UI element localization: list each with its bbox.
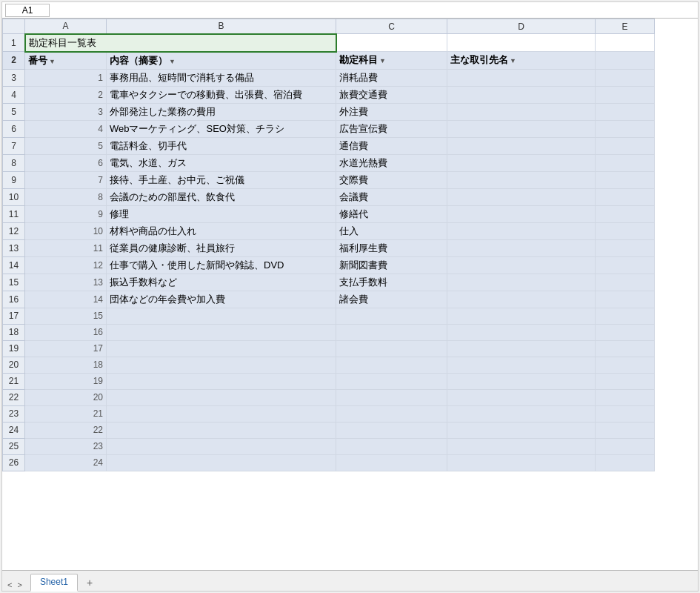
cell-D21[interactable]: [447, 373, 596, 389]
cell-E3[interactable]: [596, 69, 655, 86]
cell-D23[interactable]: [447, 405, 596, 422]
cell-C11[interactable]: 修繕代: [336, 205, 447, 222]
cell-B21[interactable]: [107, 373, 336, 389]
cell-D11[interactable]: [447, 205, 596, 222]
cell-B20[interactable]: [107, 357, 336, 373]
cell-C7[interactable]: 通信費: [336, 137, 447, 154]
col-header-E[interactable]: E: [596, 19, 655, 34]
cell-C2[interactable]: 勘定科目▼: [336, 52, 447, 70]
cell-A14[interactable]: 12: [25, 256, 107, 274]
cell-C12[interactable]: 仕入: [336, 222, 447, 239]
cell-E13[interactable]: [596, 239, 655, 256]
col-header-A[interactable]: A: [25, 19, 107, 34]
cell-E26[interactable]: [596, 454, 655, 471]
cell-A10[interactable]: 8: [25, 188, 107, 205]
cell-C22[interactable]: [336, 389, 447, 405]
cell-E11[interactable]: [596, 205, 655, 222]
cell-E5[interactable]: [596, 103, 655, 120]
filter-C2[interactable]: ▼: [379, 57, 386, 64]
cell-C3[interactable]: 消耗品費: [336, 69, 447, 86]
cell-A17[interactable]: 15: [25, 308, 107, 324]
cell-D17[interactable]: [447, 308, 596, 324]
cell-D8[interactable]: [447, 154, 596, 171]
cell-A21[interactable]: 19: [25, 373, 107, 389]
cell-C19[interactable]: [336, 340, 447, 357]
cell-B7[interactable]: 電話料金、切手代: [107, 137, 336, 154]
cell-E6[interactable]: [596, 120, 655, 137]
cell-D15[interactable]: [447, 274, 596, 291]
cell-D18[interactable]: [447, 324, 596, 340]
cell-E21[interactable]: [596, 373, 655, 389]
cell-E8[interactable]: [596, 154, 655, 171]
nav-next[interactable]: >: [15, 579, 24, 591]
cell-C23[interactable]: [336, 405, 447, 422]
cell-A16[interactable]: 14: [25, 291, 107, 308]
cell-A12[interactable]: 10: [25, 222, 107, 239]
cell-A9[interactable]: 7: [25, 171, 107, 188]
cell-D12[interactable]: [447, 222, 596, 239]
cell-D9[interactable]: [447, 171, 596, 188]
cell-A4[interactable]: 2: [25, 86, 107, 103]
col-header-B[interactable]: B: [107, 19, 336, 34]
cell-E25[interactable]: [596, 438, 655, 454]
cell-B26[interactable]: [107, 454, 336, 471]
cell-D5[interactable]: [447, 103, 596, 120]
cell-D3[interactable]: [447, 69, 596, 86]
cell-D7[interactable]: [447, 137, 596, 154]
sheet-tab-sheet1[interactable]: Sheet1: [30, 574, 78, 592]
cell-A2[interactable]: 番号▼: [25, 52, 107, 70]
cell-D22[interactable]: [447, 389, 596, 405]
cell-A18[interactable]: 16: [25, 324, 107, 340]
cell-D13[interactable]: [447, 239, 596, 256]
cell-A13[interactable]: 11: [25, 239, 107, 256]
cell-C14[interactable]: 新聞図書費: [336, 256, 447, 274]
col-header-C[interactable]: C: [336, 19, 447, 34]
filter-B2[interactable]: ▼: [169, 58, 176, 65]
cell-B10[interactable]: 会議のための部屋代、飲食代: [107, 188, 336, 205]
cell-A19[interactable]: 17: [25, 340, 107, 357]
cell-B12[interactable]: 材料や商品の仕入れ: [107, 222, 336, 239]
cell-A1[interactable]: 勘定科目一覧表: [25, 34, 336, 52]
cell-C1[interactable]: [336, 34, 447, 52]
cell-E9[interactable]: [596, 171, 655, 188]
cell-C9[interactable]: 交際費: [336, 171, 447, 188]
cell-E19[interactable]: [596, 340, 655, 357]
cell-C5[interactable]: 外注費: [336, 103, 447, 120]
cell-C4[interactable]: 旅費交通費: [336, 86, 447, 103]
cell-C16[interactable]: 諸会費: [336, 291, 447, 308]
cell-D24[interactable]: [447, 422, 596, 438]
col-header-D[interactable]: D: [447, 19, 596, 34]
cell-B17[interactable]: [107, 308, 336, 324]
cell-E22[interactable]: [596, 389, 655, 405]
cell-E2[interactable]: [596, 52, 655, 70]
cell-E17[interactable]: [596, 308, 655, 324]
cell-C18[interactable]: [336, 324, 447, 340]
cell-E16[interactable]: [596, 291, 655, 308]
cell-D1[interactable]: [447, 34, 596, 52]
cell-A26[interactable]: 24: [25, 454, 107, 471]
name-box[interactable]: [5, 4, 50, 17]
cell-B24[interactable]: [107, 422, 336, 438]
cell-E18[interactable]: [596, 324, 655, 340]
cell-C10[interactable]: 会議費: [336, 188, 447, 205]
cell-B5[interactable]: 外部発注した業務の費用: [107, 103, 336, 120]
cell-B19[interactable]: [107, 340, 336, 357]
add-sheet-button[interactable]: +: [81, 574, 99, 591]
cell-A22[interactable]: 20: [25, 389, 107, 405]
cell-E15[interactable]: [596, 274, 655, 291]
cell-B4[interactable]: 電車やタクシーでの移動費、出張費、宿泊費: [107, 86, 336, 103]
cell-D14[interactable]: [447, 256, 596, 274]
cell-C17[interactable]: [336, 308, 447, 324]
cell-B13[interactable]: 従業員の健康診断、社員旅行: [107, 239, 336, 256]
filter-A2[interactable]: ▼: [49, 58, 56, 65]
cell-D20[interactable]: [447, 357, 596, 373]
cell-A23[interactable]: 21: [25, 405, 107, 422]
cell-D19[interactable]: [447, 340, 596, 357]
cell-B22[interactable]: [107, 389, 336, 405]
cell-D6[interactable]: [447, 120, 596, 137]
cell-B18[interactable]: [107, 324, 336, 340]
cell-C13[interactable]: 福利厚生費: [336, 239, 447, 256]
cell-C21[interactable]: [336, 373, 447, 389]
cell-A15[interactable]: 13: [25, 274, 107, 291]
cell-E12[interactable]: [596, 222, 655, 239]
